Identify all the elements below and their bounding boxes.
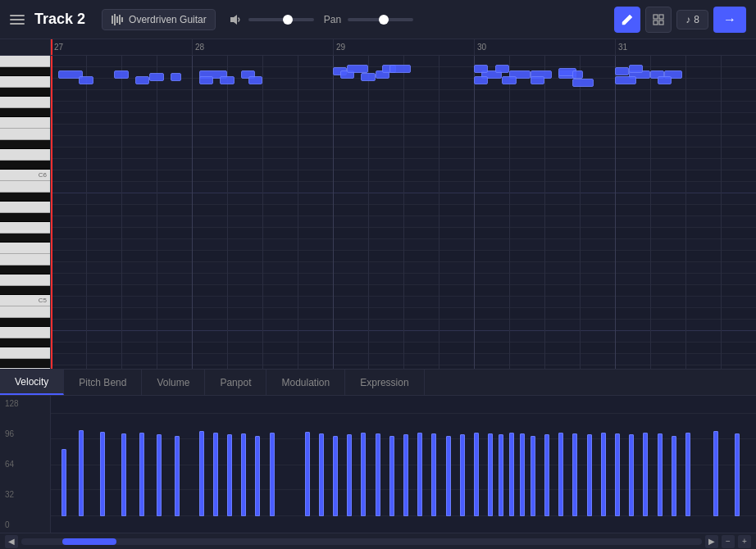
note-block-5[interactable]: [135, 76, 149, 84]
grid-button[interactable]: [645, 7, 672, 33]
piano-key-C#6[interactable]: [0, 161, 50, 170]
piano-key-B4[interactable]: [0, 306, 50, 318]
piano-key-G#6[interactable]: [0, 88, 50, 97]
vel-bar-20[interactable]: [403, 434, 408, 516]
arrow-button[interactable]: →: [713, 7, 746, 33]
vel-bar-23[interactable]: [446, 436, 451, 516]
note-block-3[interactable]: [171, 73, 181, 81]
vel-bar-29[interactable]: [520, 433, 525, 516]
scroll-thumb[interactable]: [62, 538, 116, 545]
piano-key-G6[interactable]: [0, 97, 50, 108]
note-block-1[interactable]: [114, 70, 128, 79]
vel-bar-1[interactable]: [79, 430, 84, 516]
velocity-area[interactable]: [51, 396, 756, 533]
vel-bar-2[interactable]: [100, 432, 105, 516]
note-block-29[interactable]: [572, 79, 594, 87]
pan-slider[interactable]: [348, 18, 413, 21]
vel-bar-42[interactable]: [713, 431, 718, 516]
note-block-4[interactable]: [79, 76, 93, 84]
vel-bar-12[interactable]: [270, 433, 275, 516]
vel-bar-28[interactable]: [509, 433, 514, 516]
vel-bar-22[interactable]: [431, 433, 436, 516]
piano-key-F6[interactable]: [0, 117, 50, 129]
piano-key-D5[interactable]: [0, 274, 50, 286]
vel-bar-24[interactable]: [460, 434, 465, 516]
vel-bar-0[interactable]: [61, 449, 66, 516]
piano-key-F5[interactable]: [0, 243, 50, 254]
vel-bar-36[interactable]: [615, 433, 620, 516]
note-block-28[interactable]: [531, 76, 544, 84]
note-block-2[interactable]: [149, 73, 163, 81]
scroll-left-btn[interactable]: ◀: [5, 535, 18, 548]
tab-expression[interactable]: Expression: [345, 370, 424, 395]
note-block-13[interactable]: [361, 73, 375, 81]
note-count-button[interactable]: ♪ 8: [676, 10, 708, 29]
vel-bar-5[interactable]: [157, 434, 162, 516]
piano-key-F4[interactable]: [0, 368, 50, 369]
vel-bar-11[interactable]: [255, 436, 260, 516]
note-block-9[interactable]: [220, 76, 234, 84]
vel-bar-17[interactable]: [361, 433, 366, 516]
note-block-27[interactable]: [502, 76, 516, 84]
tab-modulation[interactable]: Modulation: [266, 370, 345, 395]
piano-key-G#4[interactable]: [0, 338, 50, 347]
vel-bar-15[interactable]: [333, 436, 338, 516]
vel-bar-6[interactable]: [175, 436, 180, 516]
vel-bar-3[interactable]: [121, 433, 126, 516]
piano-key-D#5[interactable]: [0, 265, 50, 274]
note-block-15[interactable]: [347, 65, 368, 73]
piano-key-G5[interactable]: [0, 222, 50, 234]
instrument-button[interactable]: Overdriven Guitar: [102, 9, 216, 30]
vel-bar-18[interactable]: [376, 433, 380, 516]
vel-bar-31[interactable]: [544, 434, 549, 516]
vel-bar-10[interactable]: [241, 433, 246, 516]
edit-button[interactable]: [614, 7, 640, 33]
vel-bar-39[interactable]: [658, 433, 663, 516]
tab-panpot[interactable]: Panpot: [205, 370, 266, 395]
vel-bar-4[interactable]: [139, 433, 144, 516]
vel-bar-9[interactable]: [227, 434, 232, 516]
scroll-zoom-in-btn[interactable]: +: [738, 535, 751, 548]
piano-key-D6[interactable]: [0, 149, 50, 161]
vel-bar-16[interactable]: [347, 434, 352, 516]
note-block-8[interactable]: [199, 76, 213, 84]
note-block-21[interactable]: [474, 65, 488, 73]
piano-key-B5[interactable]: [0, 181, 50, 193]
vel-bar-21[interactable]: [417, 433, 422, 516]
vel-bar-37[interactable]: [629, 434, 634, 516]
vel-bar-35[interactable]: [601, 433, 606, 516]
tab-volume[interactable]: Volume: [142, 370, 205, 395]
note-block-36[interactable]: [658, 76, 672, 84]
vel-bar-30[interactable]: [531, 436, 535, 516]
piano-key-E5[interactable]: [0, 254, 50, 265]
vel-bar-14[interactable]: [319, 433, 324, 516]
vel-bar-25[interactable]: [474, 433, 479, 516]
piano-key-F#4[interactable]: [0, 359, 50, 368]
piano-key-E6[interactable]: [0, 129, 50, 140]
note-block-33[interactable]: [615, 67, 629, 75]
note-block-26[interactable]: [474, 76, 488, 84]
note-block-34[interactable]: [629, 65, 643, 73]
piano-key-A#4[interactable]: [0, 318, 50, 327]
piano-key-A5[interactable]: [0, 202, 50, 213]
vel-bar-26[interactable]: [488, 433, 493, 516]
note-block-17[interactable]: [389, 65, 411, 73]
note-block-10[interactable]: [248, 76, 262, 84]
vel-bar-19[interactable]: [389, 436, 394, 516]
vel-bar-34[interactable]: [587, 434, 592, 516]
volume-slider[interactable]: [248, 18, 314, 21]
piano-key-A6[interactable]: [0, 76, 50, 88]
tab-velocity[interactable]: Velocity: [0, 370, 64, 395]
piano-key-G#5[interactable]: [0, 213, 50, 222]
vel-bar-41[interactable]: [685, 433, 690, 516]
vel-bar-8[interactable]: [213, 433, 218, 516]
vel-bar-40[interactable]: [672, 436, 676, 516]
note-block-22[interactable]: [495, 65, 509, 73]
piano-key-C5[interactable]: C5: [0, 295, 50, 306]
scroll-track[interactable]: [21, 538, 702, 545]
note-grid[interactable]: [51, 56, 756, 369]
piano-key-F#6[interactable]: [0, 108, 50, 117]
vel-bar-32[interactable]: [558, 433, 563, 516]
menu-icon[interactable]: [10, 15, 25, 25]
vel-bar-38[interactable]: [643, 433, 648, 516]
